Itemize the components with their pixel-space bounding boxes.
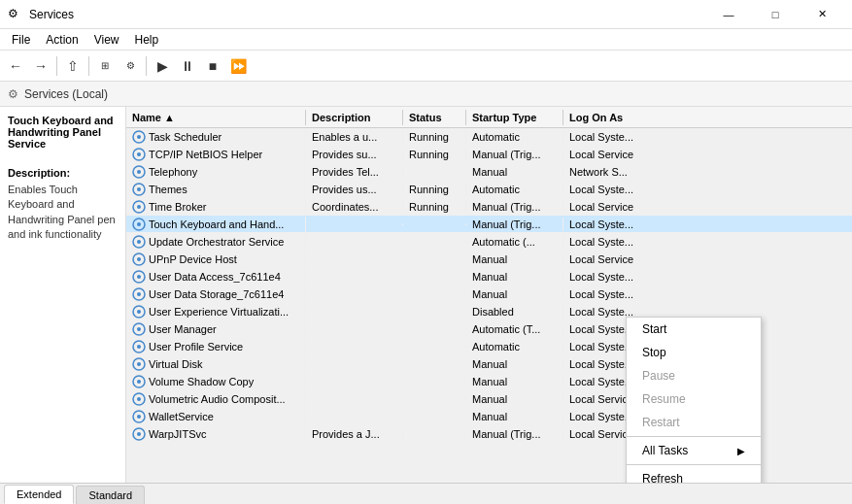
- service-icon: [132, 340, 146, 353]
- service-logon-cell: Local Syste...: [563, 287, 651, 301]
- table-row[interactable]: User Data Access_7c611e4ManualLocal Syst…: [126, 268, 852, 286]
- service-status-cell: [403, 381, 466, 383]
- back-button[interactable]: ←: [4, 54, 27, 78]
- service-icon: [132, 183, 146, 196]
- svg-point-29: [137, 380, 141, 384]
- description-label: Description:: [8, 167, 118, 179]
- service-desc-cell: [306, 381, 403, 383]
- close-button[interactable]: ✕: [800, 0, 844, 29]
- service-desc-cell: [306, 311, 403, 313]
- table-row[interactable]: TelephonyProvides Tel...ManualNetwork S.…: [126, 163, 852, 181]
- context-menu-item-stop[interactable]: Stop: [627, 341, 761, 364]
- service-startup-cell: Automatic (...: [466, 235, 563, 249]
- play-button[interactable]: ▶: [151, 54, 174, 78]
- service-startup-cell: Automatic: [466, 340, 563, 353]
- service-icon: [132, 165, 146, 179]
- service-status-cell: [403, 328, 466, 330]
- service-startup-cell: Manual (Trig...: [466, 427, 563, 441]
- table-row[interactable]: Time BrokerCoordinates...RunningManual (…: [126, 198, 852, 216]
- header-status[interactable]: Status: [403, 110, 466, 125]
- pause-toolbar-button[interactable]: ⏸: [176, 54, 199, 78]
- table-header: Name ▲ Description Status Startup Type L…: [126, 107, 852, 128]
- header-startup[interactable]: Startup Type: [466, 110, 563, 125]
- stop-toolbar-button[interactable]: ■: [201, 54, 224, 78]
- tab-extended[interactable]: Extended: [4, 485, 74, 504]
- description-text: Enables Touch Keyboard and Handwriting P…: [8, 183, 118, 243]
- header-logon[interactable]: Log On As: [563, 110, 651, 125]
- svg-point-15: [137, 257, 141, 261]
- address-text: Services (Local): [24, 87, 108, 101]
- properties-toolbar-button[interactable]: ⚙: [119, 54, 142, 78]
- main-container: ⚙ Services (Local) Touch Keyboard and Ha…: [0, 82, 852, 504]
- title-bar: ⚙ Services — □ ✕: [0, 0, 852, 29]
- service-icon: [132, 130, 146, 144]
- service-name-cell: WalletService: [126, 409, 306, 424]
- service-name-text: WalletService: [149, 411, 214, 422]
- service-desc-cell: [306, 241, 403, 243]
- service-startup-cell: Manual: [466, 357, 563, 371]
- service-logon-cell: Local Syste...: [563, 130, 651, 144]
- toolbar-separator-3: [146, 56, 147, 76]
- maximize-button[interactable]: □: [753, 0, 798, 29]
- context-menu-item-refresh[interactable]: Refresh: [627, 467, 761, 483]
- table-row[interactable]: User Data Storage_7c611e4ManualLocal Sys…: [126, 286, 852, 303]
- view-button[interactable]: ⊞: [93, 54, 117, 78]
- minimize-button[interactable]: —: [706, 0, 751, 29]
- service-logon-cell: Local Service: [563, 252, 651, 266]
- service-desc-cell: [306, 346, 403, 348]
- service-name-text: Update Orchestrator Service: [149, 236, 284, 248]
- menu-help[interactable]: Help: [127, 31, 167, 49]
- forward-button[interactable]: →: [29, 54, 52, 78]
- service-icon: [132, 410, 146, 423]
- service-icon: [132, 148, 146, 161]
- address-icon: ⚙: [8, 87, 18, 101]
- context-menu-item-restart: Restart: [627, 411, 761, 434]
- context-menu-item-label: Resume: [642, 392, 686, 406]
- service-name-text: UPnP Device Host: [149, 253, 237, 265]
- left-panel: Touch Keyboard and Handwriting Panel Ser…: [0, 107, 126, 483]
- tab-standard[interactable]: Standard: [76, 486, 145, 504]
- window-title: Services: [29, 8, 706, 21]
- service-desc-cell: Coordinates...: [306, 200, 403, 214]
- service-status-cell: [403, 346, 466, 348]
- service-name-cell: Volume Shadow Copy: [126, 374, 306, 389]
- service-desc-cell: [306, 258, 403, 260]
- service-name-text: TCP/IP NetBIOS Helper: [149, 149, 262, 160]
- service-icon: [132, 305, 146, 319]
- service-status-cell: Running: [403, 200, 466, 214]
- svg-point-9: [137, 205, 141, 209]
- service-name-cell: Themes: [126, 182, 306, 197]
- header-desc[interactable]: Description: [306, 110, 403, 125]
- table-row[interactable]: Update Orchestrator ServiceAutomatic (..…: [126, 233, 852, 251]
- svg-point-1: [137, 135, 141, 139]
- context-menu-item-all-tasks[interactable]: All Tasks▶: [627, 439, 761, 462]
- service-startup-cell: Manual (Trig...: [466, 200, 563, 214]
- context-menu-item-start[interactable]: Start: [627, 318, 761, 341]
- service-name-cell: WarpJITSvc: [126, 426, 306, 442]
- context-menu-separator: [627, 464, 761, 465]
- menu-view[interactable]: View: [86, 31, 127, 49]
- table-row[interactable]: TCP/IP NetBIOS HelperProvides su...Runni…: [126, 146, 852, 163]
- header-name[interactable]: Name ▲: [126, 110, 306, 125]
- service-name-text: Virtual Disk: [149, 358, 202, 370]
- table-row[interactable]: Task SchedulerEnables a u...RunningAutom…: [126, 128, 852, 146]
- service-name-cell: Telephony: [126, 164, 306, 180]
- table-row[interactable]: Touch Keyboard and Hand...Manual (Trig..…: [126, 216, 852, 233]
- menu-file[interactable]: File: [4, 31, 38, 49]
- submenu-arrow-icon: ▶: [737, 446, 745, 456]
- service-startup-cell: Manual: [466, 252, 563, 266]
- menu-action[interactable]: Action: [38, 31, 85, 49]
- table-row[interactable]: ThemesProvides us...RunningAutomaticLoca…: [126, 181, 852, 198]
- toolbar-separator-1: [56, 56, 57, 76]
- service-startup-cell: Manual: [466, 392, 563, 406]
- service-status-cell: Running: [403, 183, 466, 196]
- service-status-cell: [403, 416, 466, 418]
- service-name-text: User Profile Service: [149, 341, 243, 353]
- table-row[interactable]: UPnP Device HostManualLocal Service: [126, 251, 852, 268]
- context-menu-item-label: Start: [642, 322, 666, 336]
- up-button[interactable]: ⇧: [61, 54, 85, 78]
- svg-point-33: [137, 415, 141, 419]
- service-status-cell: [403, 171, 466, 173]
- restart-button[interactable]: ⏩: [226, 54, 250, 78]
- service-status-cell: [403, 363, 466, 365]
